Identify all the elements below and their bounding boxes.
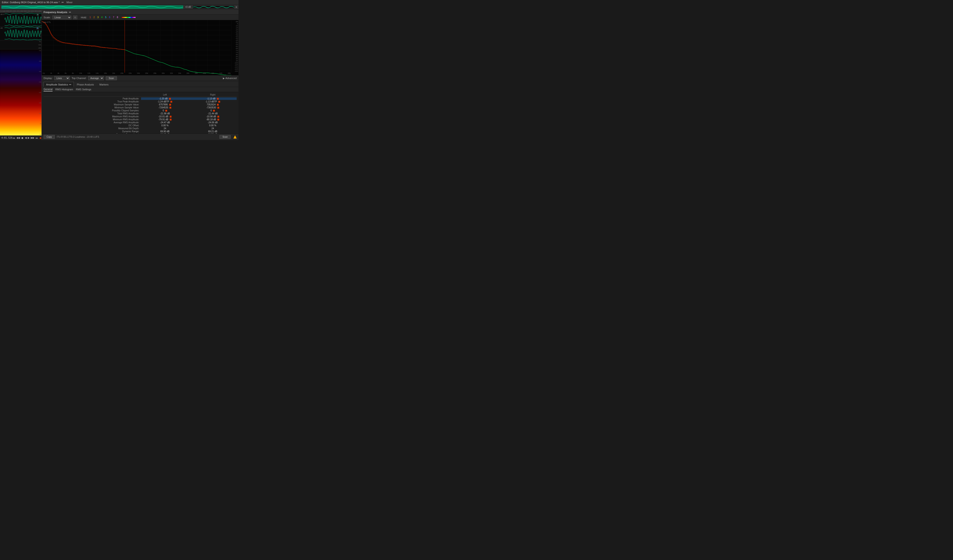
freq-mid-area: Hz -42k -40k [0,40,42,50]
db-neg6-l: -6 [40,22,41,23]
hz-axis: Hz 2k 4k 6k 8k 10k 12k 14k 16k 18k 20k 2… [42,71,231,75]
copy-button[interactable]: Copy [43,135,55,139]
hold-8[interactable]: 8 [116,16,119,19]
db-0-r: 0 [40,33,41,34]
svg-rect-8 [42,20,239,75]
ruler-mark-10: 3:20 [37,10,40,12]
subtab-rms-settings[interactable]: RMS Settings [76,88,91,91]
top-channel-label: Top Channel: [71,77,87,79]
stats-table: Left Right Peak Amplitude: -1.25 dB -1.1… [42,92,239,134]
color-bar [122,17,135,18]
ruler-mark-11: 3:40 [40,10,42,12]
advanced-label: Advanced [225,77,237,79]
hold-label: Hold: [81,16,87,19]
subtab-general[interactable]: General [43,88,53,91]
tab-phase-analysis[interactable]: Phase Analysis [74,82,96,87]
hold-2[interactable]: 2 [92,16,96,19]
transport-bar: +0 dB ≡ [0,5,239,9]
time-display: 4:01.526 [2,136,12,139]
stop-btn[interactable]: ⏹ [21,136,24,139]
channel-label-L: L [37,13,39,15]
max-sample-left-indicator [169,104,171,106]
svg-point-1 [62,2,63,3]
hold-1[interactable]: 1 [88,16,92,19]
row-max-sample: Maximum Sample Value: 6757895 7352624 [43,103,237,106]
min-sample-right-indicator [217,107,219,108]
freq-chart-container: Live CTL [42,20,239,75]
col-left-header: Left [141,93,189,96]
row-peak-amplitude: Peak Amplitude: -1.25 dB -1.13 dB [43,97,237,100]
amp-tab-menu-icon[interactable] [69,84,71,86]
max-rms-right-indicator [217,116,219,118]
display-select[interactable]: Lines Filled 3D Bars [54,76,70,80]
stats-subtabs[interactable]: General RMS Histogram RMS Settings [42,87,239,92]
waveform-svg-left [5,13,42,26]
max-sample-right-indicator [217,104,219,106]
peak-right-indicator [217,98,219,100]
warning-icon [233,135,237,139]
next-btn[interactable]: ⏭ [35,136,38,139]
hold-3[interactable]: 3 [96,16,99,19]
row-max-rms: Maximum RMS Amplitude: -10.01 dB -10.98 … [43,115,237,118]
freq-scan-button[interactable]: Scan [106,76,117,80]
top-channel-select[interactable]: Average Left Right [88,76,104,80]
hold-4[interactable]: 4 [100,16,103,19]
step-fwd-btn[interactable]: ▶▶ [31,136,35,139]
db-axis: -dB -5 -10 -15 -20 -25 -30 -35 -40 -45 -… [231,20,239,71]
row-min-sample: Minimum Sample Value: -7264535 -7363530 [43,106,237,109]
step-back-btn[interactable]: ◀ [25,136,27,139]
scale-icon-btn[interactable]: ⊡ [73,15,77,19]
row-min-rms: Minimum RMS Amplitude: -79.91 dB -80.18 … [43,118,237,121]
freq-header-menu-icon[interactable] [69,11,71,13]
row-avg-rms: Average RMS Amplitude: -24.47 dB -24.06 … [43,121,237,124]
hold-7[interactable]: 7 [112,16,115,19]
playback-controls[interactable]: ⏮ ◀◀ ⏹ ◀ ▶ ▶▶ ⏭ ⏺ ↺ ⇉ [12,136,42,139]
subtab-rms-histogram[interactable]: RMS Histogram [55,88,73,91]
svg-point-36 [69,84,70,85]
ruler-mark-8: 2:40 [29,10,33,12]
prev-btn[interactable]: ⏮ [12,136,16,139]
svg-point-0 [62,2,62,3]
play-btn[interactable]: ▶ [28,136,30,139]
true-peak-left-indicator [171,101,172,103]
svg-point-6 [70,12,70,12]
record-btn[interactable]: ⏺ [39,136,42,139]
channel-left: dB 0 L 6 -6 0 [0,13,42,26]
ruler-mark-0: h:ms [0,10,5,12]
scale-select[interactable]: Linear Logarithmic [53,15,71,19]
ruler-mark-6: 2:00 [22,10,26,12]
action-bar: Copy ITU-R BS.1770-3 Loudness: -19.48 LU… [42,134,239,140]
hold-numbers[interactable]: 1 2 3 4 5 6 7 8 [88,16,119,19]
scroll-right-btn[interactable]: ≡ [236,6,237,9]
hold-5[interactable]: 5 [104,16,107,19]
live-ctl-label: Live CTL [43,21,51,23]
true-peak-right-indicator [218,101,220,103]
ruler-mark-3: 1:00 [12,10,16,12]
channel-right: dB R 6 -6 0 [0,26,42,40]
clipped-left-indicator [165,110,167,111]
rewind-btn[interactable]: ◀◀ [16,136,20,139]
svg-point-7 [70,12,71,12]
row-dynamic-range: Dynamic Range: 69.90 dB 69.21 dB [43,130,237,133]
menu-icon[interactable] [62,1,64,3]
hold-6[interactable]: 6 [108,16,111,19]
display-bar: Display: Lines Filled 3D Bars Top Channe… [42,75,239,81]
freq-42k-label: -42k [38,44,41,46]
advanced-toggle[interactable]: ▶ Advanced [223,77,237,79]
freq-labels-right: -42k -36k -30k -24k -20k -16k -10k 1k Hz [37,50,42,135]
editor-panel: h:ms 0:20 0:40 1:00 1:20 1:40 2:00 2:20 … [0,9,42,140]
time-ruler: h:ms 0:20 0:40 1:00 1:20 1:40 2:00 2:20 … [0,9,42,13]
title-bar-mixer: Mixer [67,1,73,4]
amplitude-stats-container: Amplitude Statistics Phase Analysis Mark… [42,81,239,140]
freq-40k-label: -40k [38,47,41,49]
db-6-r: 6 [40,31,41,32]
col-right-header: Right [189,93,237,96]
tab-markers[interactable]: Markers [97,82,111,87]
amp-tabs[interactable]: Amplitude Statistics Phase Analysis Mark… [42,81,239,87]
scan-button[interactable]: Scan [219,135,231,139]
svg-point-37 [70,84,70,85]
ruler-mark-7: 2:20 [26,10,29,12]
min-sample-left-indicator [169,107,171,108]
svg-point-2 [63,2,64,3]
tab-amplitude-statistics[interactable]: Amplitude Statistics [43,82,74,87]
